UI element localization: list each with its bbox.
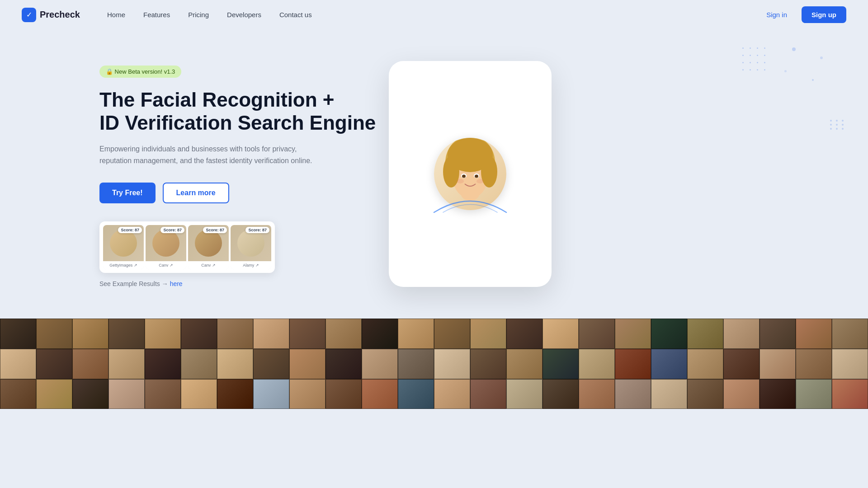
hero-buttons: Try Free! Learn more (99, 183, 380, 203)
nav-home[interactable]: Home (107, 11, 125, 19)
nav-features[interactable]: Features (143, 11, 170, 19)
hero-title: The Facial Recognition + ID Verification… (99, 89, 380, 134)
logo-text: Precheck (40, 9, 80, 20)
source-3: Canv ↗ (188, 261, 229, 269)
nav-pricing[interactable]: Pricing (188, 11, 209, 19)
svg-point-9 (457, 179, 464, 183)
corner-dots (830, 120, 845, 130)
try-free-button[interactable]: Try Free! (99, 183, 156, 203)
score-3: Score: 87 (203, 227, 227, 233)
hero-phone (380, 56, 561, 287)
svg-point-3 (443, 156, 459, 188)
nav-contact[interactable]: Contact us (279, 11, 312, 19)
version-badge: 🔒 New Beta version! v1.3 (99, 66, 181, 78)
svg-point-10 (476, 179, 484, 183)
result-card-2: Score: 87 Canv ↗ (146, 225, 186, 269)
avatar-container (434, 138, 506, 210)
svg-point-4 (481, 156, 497, 188)
logo-icon: ✓ (22, 8, 36, 22)
face-row-1 (0, 319, 868, 349)
logo[interactable]: ✓ Precheck (22, 8, 80, 22)
phone-content (389, 61, 552, 287)
nav-developers[interactable]: Developers (227, 11, 261, 19)
nav-links: Home Features Pricing Developers Contact… (107, 11, 759, 19)
svg-point-7 (462, 175, 466, 178)
score-4: Score: 87 (245, 227, 269, 233)
source-1: GettyImages ↗ (103, 261, 144, 269)
result-card-1: Score: 87 GettyImages ↗ (103, 225, 144, 269)
learn-more-button[interactable]: Learn more (163, 183, 229, 203)
scan-arc (429, 188, 511, 215)
navbar: ✓ Precheck Home Features Pricing Develop… (0, 0, 868, 29)
score-2: Score: 87 (160, 227, 184, 233)
source-2: Canv ↗ (146, 261, 186, 269)
face-row-3 (0, 379, 868, 409)
hero-section: 🔒 New Beta version! v1.3 The Facial Reco… (0, 29, 868, 319)
source-4: Alamy ↗ (231, 261, 271, 269)
hero-subtitle: Empowering individuals and businesses wi… (99, 143, 316, 166)
example-results-link[interactable]: here (170, 280, 183, 287)
phone-mockup (389, 61, 552, 287)
svg-point-8 (475, 175, 478, 178)
face-row-2 (0, 349, 868, 379)
face-grid (0, 319, 868, 409)
result-card-3: Score: 87 Canv ↗ (188, 225, 229, 269)
signin-button[interactable]: Sign in (759, 7, 794, 22)
results-preview: Score: 87 GettyImages ↗ Score: 87 Canv ↗… (99, 221, 275, 273)
hero-content: 🔒 New Beta version! v1.3 The Facial Reco… (99, 56, 380, 287)
example-results-text: See Example Results → here (99, 280, 380, 287)
signup-button[interactable]: Sign up (802, 6, 846, 23)
nav-actions: Sign in Sign up (759, 6, 846, 23)
result-card-4: Score: 87 Alamy ↗ (231, 225, 271, 269)
score-1: Score: 87 (118, 227, 142, 233)
